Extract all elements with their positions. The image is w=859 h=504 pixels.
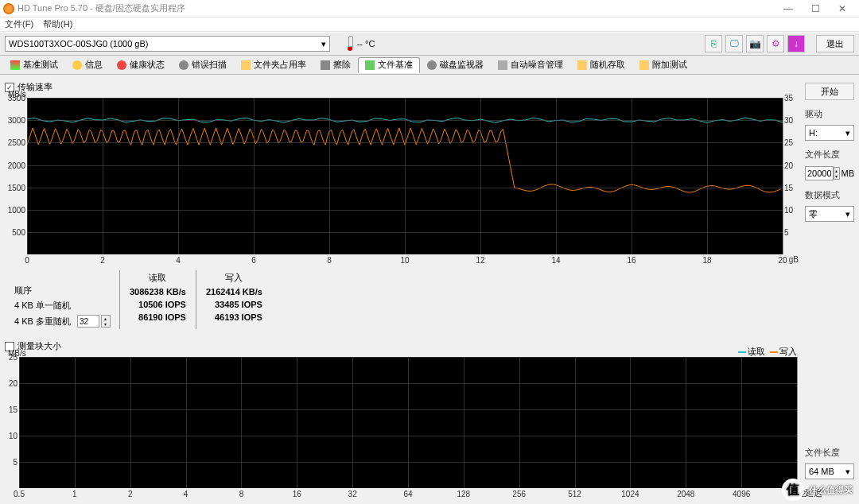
extra-icon bbox=[639, 60, 649, 70]
4k-multi-read: 86190 IOPS bbox=[130, 312, 186, 322]
menu-help[interactable]: 帮助(H) bbox=[43, 18, 72, 30]
results-table: 顺序 4 KB 单一随机 4 KB 多重随机 32 ▴▾ 读取 3086238 … bbox=[5, 269, 800, 331]
tabbar: 基准测试 信息 健康状态 错误扫描 文件夹占用率 擦除 文件基准 磁盘监视器 自… bbox=[0, 56, 859, 75]
dropdown-icon: ▾ bbox=[845, 209, 850, 219]
write-header: 写入 bbox=[206, 272, 262, 284]
file-length2-label: 文件长度 bbox=[805, 447, 854, 459]
dropdown-icon: ▾ bbox=[845, 467, 850, 477]
menubar: 文件(F) 帮助(H) bbox=[0, 17, 859, 32]
thermometer-icon bbox=[346, 37, 354, 51]
toolbar: WDS100T3XOC-00SJG0 (1000 gB) ▾ -- °C ⎘ 🖵… bbox=[0, 32, 859, 56]
side-panel: 开始 驱动 H:▾ 文件长度 ▴▾ MB 数据模式 零▾ 文件长度 64 MB▾… bbox=[805, 79, 854, 499]
monitor-icon bbox=[427, 60, 437, 70]
menu-file[interactable]: 文件(F) bbox=[5, 18, 33, 30]
tab-aam[interactable]: 自动噪音管理 bbox=[491, 57, 570, 73]
start-button[interactable]: 开始 bbox=[805, 83, 854, 100]
options-button[interactable]: ⚙ bbox=[767, 35, 784, 52]
tab-folder-usage[interactable]: 文件夹占用率 bbox=[234, 57, 313, 73]
tab-file-benchmark[interactable]: 文件基准 bbox=[358, 57, 420, 73]
copy-info-button[interactable]: ⎘ bbox=[705, 35, 722, 52]
drive-letter-select[interactable]: H:▾ bbox=[805, 125, 854, 141]
file-length-input-row: ▴▾ MB bbox=[805, 165, 854, 181]
chart1 bbox=[27, 98, 783, 254]
tab-error-scan[interactable]: 错误扫描 bbox=[172, 57, 234, 73]
4k-multi-write: 46193 IOPS bbox=[206, 312, 262, 322]
screenshot-button[interactable]: 🖵 bbox=[725, 35, 743, 52]
row-sequential-label: 顺序 bbox=[14, 285, 113, 297]
queue-depth-spinner[interactable]: ▴▾ bbox=[101, 315, 111, 328]
chart2-area: MB/s 读取 写入 5101520250.512481632641282565… bbox=[19, 357, 797, 488]
tab-info[interactable]: 信息 bbox=[65, 57, 110, 73]
camera-button[interactable]: 📷 bbox=[746, 35, 764, 52]
pattern-label: 数据模式 bbox=[805, 189, 854, 201]
heart-icon bbox=[117, 60, 126, 70]
chart2 bbox=[19, 357, 797, 488]
file-length-input[interactable] bbox=[805, 166, 834, 180]
tab-health[interactable]: 健康状态 bbox=[110, 57, 172, 73]
queue-depth-input[interactable]: 32 bbox=[77, 315, 99, 328]
drive-label: 驱动 bbox=[805, 108, 854, 120]
folder-icon bbox=[241, 60, 251, 70]
magnify-icon bbox=[179, 60, 189, 70]
chart2-legend: 读取 写入 bbox=[738, 346, 797, 358]
chart1-header: ✓ 传输速率 bbox=[5, 79, 800, 95]
tab-extra-tests[interactable]: 附加测试 bbox=[632, 57, 694, 73]
read-header: 读取 bbox=[130, 272, 186, 284]
dropdown-icon: ▾ bbox=[845, 128, 850, 138]
temp-value: -- °C bbox=[357, 39, 375, 48]
window-title: HD Tune Pro 5.70 - 硬盘/固态硬盘实用程序 bbox=[17, 2, 775, 14]
minimize-button[interactable]: — bbox=[775, 1, 802, 17]
close-button[interactable]: ✕ bbox=[829, 1, 856, 17]
erase-icon bbox=[321, 60, 330, 70]
maximize-button[interactable]: ☐ bbox=[802, 1, 829, 17]
file-length-label: 文件长度 bbox=[805, 149, 854, 161]
seq-read: 3086238 KB/s bbox=[130, 287, 186, 297]
app-icon bbox=[3, 3, 14, 14]
tab-erase[interactable]: 擦除 bbox=[313, 57, 358, 73]
tab-random-access[interactable]: 随机存取 bbox=[570, 57, 632, 73]
file-length-spinner[interactable]: ▴▾ bbox=[834, 167, 840, 180]
seq-write: 2162414 KB/s bbox=[206, 287, 262, 297]
chart2-header: 测量块大小 bbox=[5, 339, 800, 354]
pattern-select[interactable]: 零▾ bbox=[805, 206, 854, 222]
save-button[interactable]: ↓ bbox=[787, 35, 805, 52]
row-4k-single-label: 4 KB 单一随机 bbox=[14, 300, 113, 312]
drive-select-value: WDS100T3XOC-00SJG0 (1000 gB) bbox=[9, 39, 148, 48]
drive-select[interactable]: WDS100T3XOC-00SJG0 (1000 gB) ▾ bbox=[5, 36, 330, 52]
chart1-area: MB/s gB 50051000101500152000202500253000… bbox=[27, 98, 783, 254]
tab-benchmark[interactable]: 基准测试 bbox=[3, 57, 65, 73]
gauge-icon bbox=[10, 60, 20, 70]
dropdown-icon: ▾ bbox=[321, 39, 326, 49]
4k-single-read: 10506 IOPS bbox=[130, 300, 186, 309]
speaker-icon bbox=[498, 60, 507, 70]
info-icon bbox=[72, 60, 82, 70]
exit-button[interactable]: 退出 bbox=[816, 35, 854, 52]
file-icon bbox=[365, 60, 375, 70]
4k-single-write: 33485 IOPS bbox=[206, 300, 262, 309]
row-4k-multi-label: 4 KB 多重随机 bbox=[14, 316, 71, 328]
titlebar: HD Tune Pro 5.70 - 硬盘/固态硬盘实用程序 — ☐ ✕ bbox=[0, 0, 859, 17]
file-length2-select[interactable]: 64 MB▾ bbox=[805, 463, 854, 479]
temperature: -- °C bbox=[346, 37, 375, 51]
tab-disk-monitor[interactable]: 磁盘监视器 bbox=[420, 57, 491, 73]
random-icon bbox=[577, 60, 587, 70]
delay-label: 延迟 bbox=[805, 487, 854, 499]
